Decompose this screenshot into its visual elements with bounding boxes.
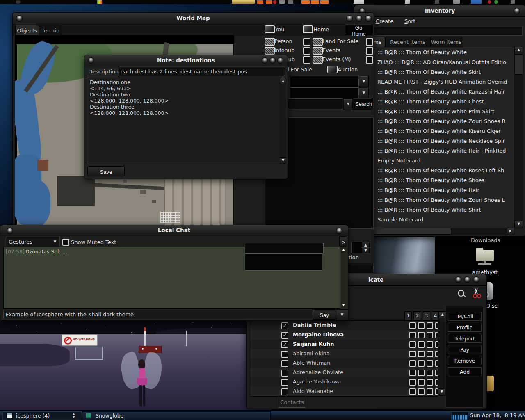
chat-expand-button[interactable]: > (339, 236, 347, 247)
contact-right-checkbox[interactable] (409, 388, 416, 395)
landmarks-dropdown[interactable] (290, 87, 359, 99)
close-icon[interactable] (277, 57, 283, 64)
inventory-item[interactable]: ::: B@R ::: Thorn Of Beauty White Hair (355, 185, 514, 195)
contact-checkbox[interactable] (281, 351, 288, 358)
inventory-hscrollbar[interactable]: ▶ (355, 228, 514, 235)
contact-right-checkbox[interactable] (427, 351, 433, 357)
contact-row[interactable]: Morgaine Dinova (250, 330, 438, 340)
inventory-item[interactable]: ::: B@R ::: Thorn Of Beauty White Chest (355, 96, 514, 106)
inventory-item[interactable]: ::: B@R ::: Thorn Of Beauty White Kanzas… (355, 87, 514, 96)
scroll-down-icon[interactable]: ▼ (280, 157, 286, 164)
filter-checkbox[interactable] (303, 56, 310, 64)
scroll-thumb[interactable] (515, 54, 523, 75)
inventory-list[interactable]: ::: B@R ::: Thorn Of Beauty White ZHAO :… (355, 47, 514, 228)
task-button-snowglobe[interactable]: Snowglobe (82, 411, 271, 420)
contact-right-checkbox[interactable] (427, 370, 433, 376)
contact-checkbox[interactable] (281, 360, 288, 367)
inventory-item[interactable]: Sample Notecard (355, 215, 514, 224)
scroll-right-icon[interactable]: ▶ (507, 228, 514, 235)
contact-action-button[interactable]: Add (448, 367, 482, 376)
tearoff-icon[interactable] (455, 276, 461, 283)
tearoff-icon[interactable] (346, 15, 353, 22)
inventory-vscrollbar[interactable]: ▲ ▼ (514, 47, 523, 227)
contact-right-checkbox[interactable] (427, 341, 433, 348)
scroll-up-icon[interactable]: ▲ (438, 311, 446, 319)
contact-right-checkbox[interactable] (427, 360, 433, 367)
go-home-button[interactable]: Go Home (345, 24, 373, 35)
contacts-scrollbar[interactable]: ▼ (438, 320, 446, 396)
contact-right-checkbox[interactable] (427, 379, 433, 386)
notecard-titlebar[interactable]: Note: destinations (84, 55, 288, 66)
tab-worn-items[interactable]: Worn Items (430, 37, 462, 47)
inventory-filter-input[interactable] (357, 27, 523, 36)
menu-create[interactable]: Create (376, 18, 393, 24)
tab-terrain[interactable]: Terrain (39, 25, 62, 36)
filter-checkbox[interactable] (303, 47, 310, 55)
map-search-button[interactable]: Search (352, 98, 373, 110)
contact-row[interactable]: Dahlia Trimble (250, 321, 438, 330)
inventory-item[interactable]: READ ME FIRST - Ziggy's HUD Animation Ov… (355, 77, 514, 87)
tearoff-icon[interactable] (262, 57, 268, 64)
chat-input[interactable] (3, 310, 312, 319)
contact-right-checkbox[interactable] (418, 379, 425, 386)
contact-right-checkbox[interactable] (418, 360, 425, 367)
chat-scrollbar[interactable]: ▲ ▼ (340, 247, 347, 309)
inventory-item[interactable]: ::: B@R ::: Thorn Of Beauty White Shoes (355, 175, 514, 185)
note-scrollbar[interactable]: ▲ ▼ (280, 78, 286, 164)
system-monitor-applet[interactable] (451, 412, 468, 420)
inventory-item[interactable]: ::: B@R ::: Thorn Of Beauty White Shirt (355, 205, 514, 215)
contact-action-button[interactable]: Teleport (448, 334, 482, 343)
contact-action-button[interactable]: Remove (448, 356, 482, 365)
contact-row[interactable]: Agathe Yoshikawa (250, 377, 438, 387)
filter-checkbox[interactable] (366, 56, 373, 64)
contact-right-checkbox[interactable] (409, 370, 416, 376)
contact-row[interactable]: Able Whitman (250, 358, 438, 368)
contact-checkbox[interactable] (281, 322, 288, 329)
scroll-up-icon[interactable]: ▲ (514, 47, 523, 54)
close-icon[interactable] (514, 8, 520, 14)
inventory-item[interactable]: ::: B@R ::: Thorn Of Beauty White Zouri … (355, 116, 514, 126)
menu-sort[interactable]: Sort (404, 18, 415, 24)
inventory-item[interactable]: ZHAO ::: B@R ::: AO Oiran/Kannusi Outfit… (355, 57, 514, 67)
contact-right-checkbox[interactable] (409, 379, 416, 386)
scroll-up-icon[interactable]: ▲ (280, 78, 286, 84)
gestures-dropdown[interactable]: Gestures ▼ (6, 237, 60, 247)
description-input[interactable] (119, 67, 285, 76)
friends-dropdown[interactable] (290, 76, 359, 87)
desktop-icon-downloads-label[interactable]: Downloads (471, 237, 500, 243)
inventory-item[interactable]: ::: B@R ::: Thorn Of Beauty White Neckla… (355, 136, 514, 146)
workspace-spinner-icon[interactable]: ▲▼ (73, 412, 75, 419)
scroll-down-icon[interactable]: ▼ (438, 388, 445, 396)
column-header[interactable]: 1 (404, 311, 412, 320)
say-button[interactable]: Say (313, 309, 336, 320)
scroll-down-icon[interactable]: ▼ (340, 302, 347, 308)
say-dropdown-arrow-icon[interactable]: ▼ (336, 309, 348, 320)
contact-right-checkbox[interactable] (418, 341, 425, 348)
contact-right-checkbox[interactable] (427, 388, 433, 395)
tab-objects[interactable]: Objects (15, 25, 39, 36)
teleport-coord-spinner[interactable] (351, 242, 363, 253)
world-map-titlebar[interactable]: World Map (13, 13, 374, 24)
column-header[interactable]: 2 (413, 311, 421, 320)
contact-right-checkbox[interactable] (409, 332, 416, 338)
dropdown-arrow-icon[interactable]: ▼ (50, 237, 59, 247)
contact-right-checkbox[interactable] (409, 341, 416, 348)
contact-row[interactable]: Saijanai Kuhn (250, 340, 438, 349)
contact-checkbox[interactable] (281, 370, 288, 377)
contact-right-checkbox[interactable] (409, 351, 416, 357)
minimize-icon[interactable] (269, 57, 276, 64)
close-icon[interactable] (473, 276, 479, 283)
contact-right-checkbox[interactable] (418, 388, 425, 395)
contact-right-checkbox[interactable] (418, 351, 425, 357)
inventory-item[interactable]: ::: B@R ::: Thorn Of Beauty White Kiseru… (355, 126, 514, 136)
inventory-item[interactable]: ::: B@R ::: Thorn Of Beauty White Roses … (355, 165, 514, 175)
contact-right-checkbox[interactable] (409, 360, 416, 367)
scroll-down-icon[interactable]: ▼ (514, 221, 523, 228)
network-folder-icon[interactable] (476, 248, 494, 264)
close-icon[interactable] (336, 228, 342, 234)
contact-checkbox[interactable] (281, 379, 288, 386)
dropdown-arrow-icon[interactable]: ▼ (359, 76, 369, 87)
contact-right-checkbox[interactable] (427, 322, 433, 329)
filter-checkbox[interactable] (303, 38, 310, 46)
minimize-icon[interactable] (464, 276, 470, 283)
